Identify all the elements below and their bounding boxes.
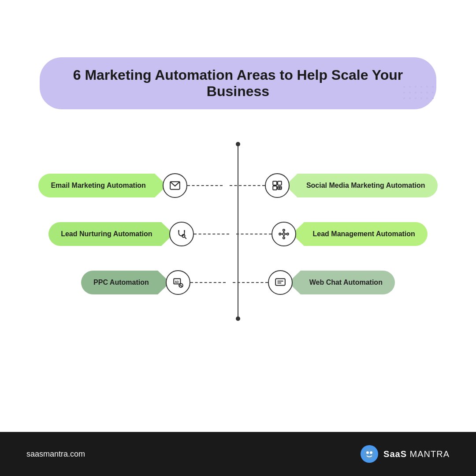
- email-icon: [169, 180, 181, 191]
- main-content: 6 Marketing Automation Areas to Help Sca…: [0, 0, 476, 432]
- row-3: PPC Automation AD: [0, 270, 476, 295]
- svg-point-11: [283, 233, 285, 235]
- connector-2-right: [236, 234, 271, 234]
- magnet-icon: [176, 228, 187, 240]
- social-media-label: Social Media Marketing Automation: [298, 174, 438, 197]
- chat-icon: [275, 277, 286, 288]
- row-3-right: Web Chat Automation: [233, 270, 395, 295]
- network-icon-circle: [271, 222, 296, 246]
- email-icon-circle: [163, 173, 187, 198]
- page-title: 6 Marketing Automation Areas to Help Sca…: [73, 67, 403, 99]
- connector-2-left: [194, 234, 229, 234]
- title-container: 6 Marketing Automation Areas to Help Sca…: [40, 57, 436, 109]
- footer-brand-container: SaaS MANTRA: [361, 445, 450, 463]
- brand-logo-icon: [363, 448, 376, 460]
- social-media-pill: Social Media Marketing Automation: [285, 174, 438, 197]
- svg-point-28: [370, 451, 372, 454]
- footer: saasmantra.com SaaS MANTRA: [0, 432, 476, 476]
- svg-point-27: [366, 451, 369, 454]
- network-icon: [278, 228, 290, 240]
- row-3-left: PPC Automation AD: [81, 270, 226, 295]
- svg-rect-2: [278, 181, 282, 185]
- ad-icon: AD: [172, 277, 184, 288]
- svg-point-26: [364, 448, 375, 460]
- row-2-left: Lead Nurturing Automation: [48, 222, 229, 246]
- social-icon: [271, 180, 283, 191]
- brand-name: SaaS MANTRA: [383, 449, 450, 459]
- svg-rect-3: [273, 186, 277, 190]
- dot-grid-decoration: [403, 86, 435, 101]
- svg-line-10: [185, 237, 186, 239]
- social-icon-circle: [265, 173, 290, 198]
- svg-point-14: [283, 229, 284, 231]
- lead-nurturing-pill: Lead Nurturing Automation: [48, 222, 173, 246]
- web-chat-pill: Web Chat Automation: [288, 271, 395, 294]
- footer-website: saasmantra.com: [26, 450, 85, 459]
- row-2-right: Lead Management Automation: [236, 222, 428, 246]
- svg-point-13: [286, 233, 288, 235]
- lead-nurturing-label: Lead Nurturing Automation: [48, 222, 161, 246]
- magnet-icon-circle: [169, 222, 194, 246]
- brand-logo: [361, 445, 378, 463]
- ad-icon-circle: AD: [166, 270, 190, 295]
- connector-1-left: [187, 185, 223, 186]
- svg-rect-1: [273, 181, 277, 185]
- svg-text:AD: AD: [175, 280, 179, 283]
- lead-management-pill: Lead Management Automation: [292, 222, 428, 246]
- svg-point-15: [283, 237, 284, 239]
- row-2: Lead Nurturing Automation: [0, 222, 476, 246]
- row-1-right: Social Media Marketing Automation: [230, 173, 438, 198]
- row-1: Email Marketing Automation: [0, 173, 476, 198]
- ppc-pill: PPC Automation: [81, 271, 170, 294]
- connector-3-left: [190, 282, 226, 283]
- email-marketing-label: Email Marketing Automation: [38, 174, 154, 197]
- row-1-left: Email Marketing Automation: [38, 173, 222, 198]
- chat-icon-circle: [268, 270, 293, 295]
- connector-3-right: [233, 282, 268, 283]
- ppc-label: PPC Automation: [81, 271, 158, 294]
- svg-point-12: [279, 233, 281, 235]
- lead-management-label: Lead Management Automation: [304, 222, 428, 246]
- svg-rect-23: [275, 279, 285, 285]
- connector-1-right: [230, 185, 265, 186]
- email-marketing-pill: Email Marketing Automation: [38, 174, 167, 197]
- web-chat-label: Web Chat Automation: [301, 271, 395, 294]
